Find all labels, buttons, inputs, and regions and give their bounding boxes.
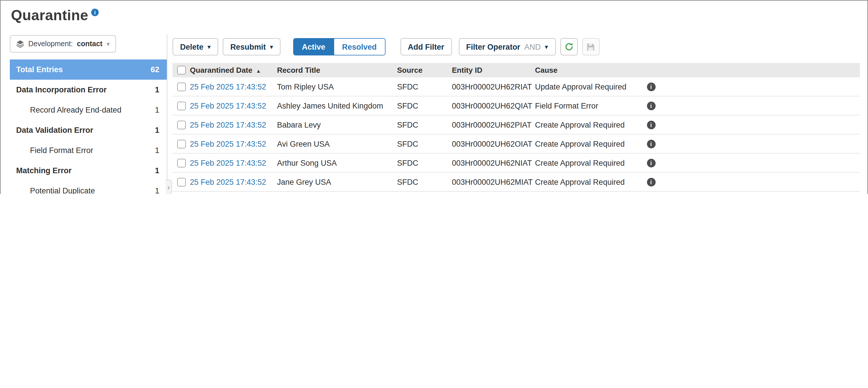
row-date-link[interactable]: 25 Feb 2025 17:43:52 (190, 158, 266, 167)
add-filter-button[interactable]: Add Filter (400, 38, 452, 55)
row-record-title: Jane Grey USA (277, 178, 397, 186)
table-row: 25 Feb 2025 17:43:52 Josh Davis United S… (173, 192, 860, 194)
row-record-title: Ashley James United Kingdom (277, 101, 397, 110)
refresh-icon (564, 42, 574, 51)
row-source: SFDC (397, 158, 452, 167)
tenant-name: contact (77, 40, 102, 48)
select-all-checkbox[interactable] (177, 66, 186, 74)
row-cause: Create Approval Required (535, 120, 642, 129)
row-source: SFDC (397, 120, 452, 129)
tenant-dropdown[interactable]: Development: contact (10, 35, 116, 53)
sidebar-item-count: 1 (155, 166, 159, 175)
sidebar-item-count: 1 (155, 186, 159, 194)
row-record-title: Tom Ripley USA (277, 82, 397, 91)
row-checkbox-cell (173, 178, 190, 186)
sidebar-item-data-incorporation-error[interactable]: Data Incorporation Error 1 (10, 80, 167, 100)
row-info-icon[interactable] (647, 140, 655, 148)
row-entity-id: 003Hr00002UH62RIAT (452, 82, 535, 91)
sidebar-item-record-already-end-dated[interactable]: Record Already End-dated 1 (10, 100, 167, 120)
row-checkbox[interactable] (177, 82, 186, 91)
row-info-icon[interactable] (647, 158, 655, 167)
quarantine-page: Quarantine Development: contact Total En… (0, 0, 868, 194)
layers-icon (16, 40, 24, 48)
delete-button-label: Delete (180, 42, 204, 51)
row-checkbox-cell (173, 158, 190, 167)
refresh-button[interactable] (560, 38, 578, 55)
row-entity-id: 003Hr00002UH62MIAT (452, 178, 535, 186)
row-record-title: Avi Green USA (277, 140, 397, 148)
header-checkbox-cell (173, 66, 190, 74)
sidebar-item-potential-duplicate[interactable]: Potential Duplicate 1 (10, 181, 167, 194)
row-checkbox[interactable] (177, 120, 186, 129)
row-record-title: Arthur Song USA (277, 158, 397, 167)
filter-operator-value: AND (524, 42, 541, 51)
sidebar-item-field-format-error[interactable]: Field Format Error 1 (10, 140, 167, 160)
row-info-icon[interactable] (647, 82, 655, 91)
filter-operator-label: Filter Operator (466, 42, 520, 51)
column-header-cause[interactable]: Cause (535, 66, 642, 74)
sidebar-item-label: Total Entries (16, 65, 63, 74)
toolbar: Delete Resubmit Active Resolved Add Filt… (173, 37, 860, 56)
sidebar: Development: contact Total Entries 62 Da… (10, 35, 167, 194)
row-checkbox[interactable] (177, 178, 186, 186)
row-entity-id: 003Hr00002UH62OIAT (452, 140, 535, 148)
filter-operator-dropdown[interactable]: Filter Operator AND (459, 38, 556, 55)
resubmit-button[interactable]: Resubmit (223, 38, 280, 55)
row-checkbox[interactable] (177, 158, 186, 167)
row-date-link[interactable]: 25 Feb 2025 17:43:52 (190, 120, 266, 129)
row-date-link[interactable]: 25 Feb 2025 17:43:52 (190, 140, 266, 148)
row-source: SFDC (397, 82, 452, 91)
sidebar-item-count: 62 (151, 65, 159, 74)
row-checkbox-cell (173, 140, 190, 148)
sidebar-item-count: 1 (155, 126, 159, 135)
sidebar-item-label: Record Already End-dated (30, 106, 122, 114)
table-row: 25 Feb 2025 17:43:52 Avi Green USA SFDC … (173, 135, 860, 154)
row-checkbox-cell (173, 82, 190, 91)
table-row: 25 Feb 2025 17:43:52 Ashley James United… (173, 96, 860, 116)
row-info-icon[interactable] (647, 120, 655, 129)
row-cause: Field Format Error (535, 101, 642, 110)
column-header-entity-id[interactable]: Entity ID (452, 66, 535, 74)
save-icon (586, 42, 595, 51)
column-header-label: Quarantined Date (190, 66, 252, 74)
column-header-quarantined-date[interactable]: Quarantined Date (190, 66, 277, 74)
tab-resolved[interactable]: Resolved (333, 39, 385, 55)
row-source: SFDC (397, 140, 452, 148)
sidebar-item-label: Data Incorporation Error (16, 85, 107, 94)
resubmit-button-label: Resubmit (230, 42, 266, 51)
column-header-source[interactable]: Source (397, 66, 452, 74)
splitter-expand-icon[interactable] (166, 180, 172, 194)
page-title: Quarantine (11, 7, 88, 23)
table-row: 25 Feb 2025 17:43:52 Arthur Song USA SFD… (173, 154, 860, 173)
row-entity-id: 003Hr00002UH62PIAT (452, 120, 535, 129)
sidebar-item-total-entries[interactable]: Total Entries 62 (10, 59, 167, 80)
chevron-down-icon (106, 40, 110, 48)
sort-ascending-icon (256, 68, 261, 74)
save-button[interactable] (582, 38, 599, 55)
row-date-link[interactable]: 25 Feb 2025 17:43:52 (190, 178, 266, 186)
sidebar-item-count: 1 (155, 106, 159, 114)
row-info-icon[interactable] (647, 178, 655, 186)
column-header-record-title[interactable]: Record Title (277, 66, 397, 74)
page-info-icon[interactable] (91, 9, 99, 16)
row-cause: Create Approval Required (535, 158, 642, 167)
sidebar-item-label: Field Format Error (30, 146, 93, 155)
row-checkbox[interactable] (177, 140, 186, 148)
table-row: 25 Feb 2025 17:43:52 Jane Grey USA SFDC … (173, 173, 860, 192)
table-header-row: Quarantined Date Record Title Source Ent… (173, 63, 860, 78)
sidebar-nav: Total Entries 62 Data Incorporation Erro… (10, 59, 167, 194)
table-row: 25 Feb 2025 17:43:52 Tom Ripley USA SFDC… (173, 78, 860, 96)
tab-active[interactable]: Active (294, 39, 333, 55)
delete-button[interactable]: Delete (173, 38, 218, 55)
row-source: SFDC (397, 101, 452, 110)
row-info-icon[interactable] (647, 101, 655, 110)
row-checkbox[interactable] (177, 101, 186, 110)
row-date-link[interactable]: 25 Feb 2025 17:43:52 (190, 82, 266, 91)
row-date-link[interactable]: 25 Feb 2025 17:43:52 (190, 101, 266, 110)
sidebar-item-matching-error[interactable]: Matching Error 1 (10, 160, 167, 181)
chevron-down-icon (545, 43, 548, 51)
row-checkbox-cell (173, 101, 190, 110)
table-body: 25 Feb 2025 17:43:52 Tom Ripley USA SFDC… (173, 78, 860, 194)
sidebar-item-label: Potential Duplicate (30, 186, 95, 194)
sidebar-item-data-validation-error[interactable]: Data Validation Error 1 (10, 120, 167, 140)
